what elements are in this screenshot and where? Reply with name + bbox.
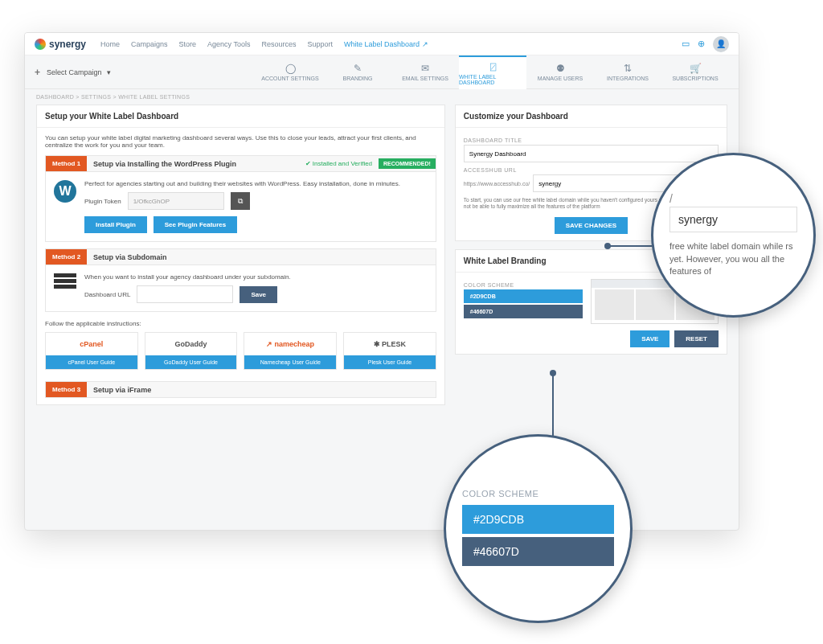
nav-store[interactable]: Store: [179, 40, 197, 48]
campaign-selector[interactable]: Select Campaign ▾: [47, 68, 111, 76]
method3-badge: Method 3: [46, 382, 87, 397]
method1-header: Method 1 Setup via Installing the WordPr…: [45, 155, 436, 172]
color-swatch-primary[interactable]: #2D9CDB: [464, 289, 583, 303]
zoom-color-scheme: COLOR SCHEME #2D9CDB #46607D: [444, 434, 633, 623]
copy-button[interactable]: ⧉: [231, 192, 250, 210]
nav-resources[interactable]: Resources: [261, 40, 296, 48]
method2-badge: Method 2: [46, 249, 87, 265]
method3-title: Setup via iFrame: [87, 386, 436, 394]
tab-integrations[interactable]: ⇅INTEGRATIONS: [594, 55, 661, 89]
color-swatch-secondary[interactable]: #46607D: [464, 305, 583, 318]
instructions-label: Follow the applicable instructions:: [45, 320, 436, 327]
plesk-guide-button[interactable]: Plesk User Guide: [344, 355, 436, 369]
method2-title: Setup via Subdomain: [87, 253, 436, 261]
top-nav: Home Campaigns Store Agency Tools Resour…: [100, 40, 428, 48]
mail-icon: ✉: [421, 63, 429, 74]
globe-icon[interactable]: ⊕: [698, 39, 705, 49]
brand-logo[interactable]: synergy: [35, 39, 86, 50]
method3-header: Method 3 Setup via iFrame: [45, 381, 436, 398]
method2-desc: When you want to install your agency das…: [84, 273, 428, 281]
plesk-logo: ✱PLESK: [344, 333, 436, 355]
save-url-button[interactable]: Save: [240, 286, 277, 303]
nav-campaigns[interactable]: Campaigns: [131, 40, 168, 48]
nav-home[interactable]: Home: [100, 40, 120, 48]
dashboard-title-input[interactable]: [464, 145, 719, 162]
namecheap-logo: ↗namecheap: [244, 333, 336, 355]
token-input[interactable]: [128, 192, 224, 210]
brush-icon: ✎: [354, 63, 362, 74]
nav-wld[interactable]: White Label Dashboard ↗: [344, 40, 428, 48]
top-icons: ▭ ⊕ 👤: [682, 36, 729, 52]
setup-title: Setup your White Label Dashboard: [37, 105, 444, 128]
avatar[interactable]: 👤: [713, 36, 729, 52]
recommended-badge: RECOMMENDED!: [379, 158, 436, 169]
method2-body: When you want to install your agency das…: [45, 265, 436, 312]
logo-icon: [35, 39, 46, 50]
server-icon: [54, 273, 76, 303]
branding-reset-button[interactable]: RESET: [674, 330, 719, 347]
breadcrumb: DASHBOARD > SETTINGS > WHITE LABEL SETTI…: [25, 89, 739, 105]
plugin-features-button[interactable]: See Plugin Features: [154, 216, 237, 233]
tab-subscriptions[interactable]: 🛒SUBSCRIPTIONS: [661, 55, 729, 89]
settings-tabs: ◯ACCOUNT SETTINGS ✎BRANDING ✉EMAIL SETTI…: [256, 55, 729, 89]
tab-branding[interactable]: ✎BRANDING: [324, 55, 391, 89]
token-label: Plugin Token: [84, 198, 121, 205]
callout-line: [609, 245, 656, 247]
dashboard-title-label: DASHBOARD TITLE: [464, 137, 719, 143]
tabbar: + Select Campaign ▾ ◯ACCOUNT SETTINGS ✎B…: [25, 55, 739, 89]
provider-godaddy: GoDaddy GoDaddy User Guide: [145, 332, 238, 370]
tab-email[interactable]: ✉EMAIL SETTINGS: [391, 55, 459, 89]
dashboard-icon: ⍁: [490, 61, 496, 72]
campaign-selector-label: Select Campaign: [47, 68, 102, 76]
dashboard-url-label: Dashboard URL: [84, 291, 130, 298]
godaddy-guide-button[interactable]: GoDaddy User Guide: [145, 355, 237, 369]
zoom-color-primary: #2D9CDB: [462, 505, 614, 534]
provider-cpanel: cPanel cPanel User Guide: [45, 332, 138, 370]
app-window: synergy Home Campaigns Store Agency Tool…: [24, 32, 739, 531]
customize-title: Customize your Dashboard: [456, 105, 727, 128]
nav-support[interactable]: Support: [308, 40, 334, 48]
topbar: synergy Home Campaigns Store Agency Tool…: [25, 33, 739, 55]
cart-icon: 🛒: [690, 63, 702, 74]
color-scheme-label: COLOR SCHEME: [464, 282, 583, 288]
left-column: Setup your White Label Dashboard You can…: [36, 105, 445, 405]
zoom-color-secondary: #46607D: [462, 537, 614, 566]
method1-badge: Method 1: [46, 156, 87, 171]
install-plugin-button[interactable]: Install Plugin: [84, 216, 147, 233]
method2-header: Method 2 Setup via Subdomain: [45, 248, 436, 265]
callout-line: [552, 373, 554, 437]
nav-agency[interactable]: Agency Tools: [207, 40, 250, 48]
cpanel-logo: cPanel: [46, 333, 137, 355]
plug-icon: ⇅: [624, 63, 632, 74]
add-icon[interactable]: +: [35, 67, 40, 78]
namecheap-guide-button[interactable]: Namecheap User Guide: [244, 355, 336, 369]
branding-save-button[interactable]: SAVE: [630, 330, 669, 347]
cpanel-guide-button[interactable]: cPanel User Guide: [46, 355, 137, 369]
setup-intro: You can setup your white label digital m…: [45, 134, 436, 149]
user-icon: ◯: [285, 63, 296, 74]
provider-plesk: ✱PLESK Plesk User Guide: [343, 332, 436, 370]
accesshub-prefix: https://www.accesshub.co/: [464, 181, 530, 187]
users-icon: ⚉: [556, 63, 565, 74]
method1-desc: Perfect for agencies starting out and bu…: [84, 180, 428, 187]
godaddy-logo: GoDaddy: [145, 333, 237, 355]
tab-account[interactable]: ◯ACCOUNT SETTINGS: [256, 55, 324, 89]
device-icon[interactable]: ▭: [682, 39, 690, 49]
chevron-down-icon: ▾: [107, 68, 111, 76]
dashboard-url-input[interactable]: [137, 285, 233, 303]
wordpress-icon: W: [54, 180, 76, 203]
zoom-accesshub: / free white label domain while rs yet. …: [651, 153, 816, 318]
content: Setup your White Label Dashboard You can…: [25, 105, 739, 416]
method1-body: W Perfect for agencies starting out and …: [45, 172, 436, 242]
tab-users[interactable]: ⚉MANAGE USERS: [526, 55, 594, 89]
installed-verified: ✔ Installed and Verified: [305, 160, 373, 167]
tab-wld[interactable]: ⍁WHITE LABEL DASHBOARD: [459, 55, 526, 89]
save-changes-button[interactable]: SAVE CHANGES: [555, 217, 628, 234]
setup-card: Setup your White Label Dashboard You can…: [36, 105, 445, 405]
brand-name: synergy: [49, 39, 86, 50]
provider-grid: cPanel cPanel User Guide GoDaddy GoDaddy…: [45, 332, 436, 370]
method1-title: Setup via Installing the WordPress Plugi…: [87, 160, 305, 168]
zoom-accesshub-input[interactable]: [669, 207, 797, 232]
provider-namecheap: ↗namecheap Namecheap User Guide: [244, 332, 337, 370]
zoom-scheme-label: COLOR SCHEME: [462, 489, 614, 498]
